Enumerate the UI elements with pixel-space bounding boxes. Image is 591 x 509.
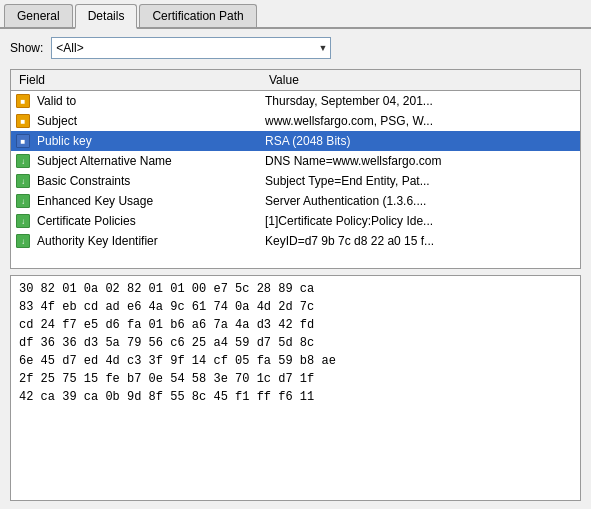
hex-line: 2f 25 75 15 fe b7 0e 54 58 3e 70 1c d7 1… [19, 370, 572, 388]
row-field: Public key [33, 133, 261, 149]
show-row: Show: <All> Version 1 Fields Only Extens… [10, 37, 581, 59]
tab-certpath-label: Certification Path [152, 9, 243, 23]
tab-content: Show: <All> Version 1 Fields Only Extens… [0, 29, 591, 509]
hex-line: 30 82 01 0a 02 82 01 01 00 e7 5c 28 89 c… [19, 280, 572, 298]
row-icon: ■ [13, 132, 33, 150]
field-value-table: Field Value ■ Valid to Thursday, Septemb… [10, 69, 581, 269]
tab-bar: General Details Certification Path [0, 0, 591, 29]
hex-line: 42 ca 39 ca 0b 9d 8f 55 8c 45 f1 ff f6 1… [19, 388, 572, 406]
row-field: Enhanced Key Usage [33, 193, 261, 209]
cert-icon: ■ [16, 94, 30, 108]
table-row[interactable]: ■ Valid to Thursday, September 04, 201..… [11, 91, 580, 111]
table-row[interactable]: ↓ Enhanced Key Usage Server Authenticati… [11, 191, 580, 211]
column-value: Value [261, 73, 580, 87]
hex-body[interactable]: 30 82 01 0a 02 82 01 01 00 e7 5c 28 89 c… [11, 276, 580, 500]
row-icon: ↓ [13, 192, 33, 210]
show-label: Show: [10, 41, 43, 55]
table-row[interactable]: ↓ Subject Alternative Name DNS Name=www.… [11, 151, 580, 171]
table-row[interactable]: ↓ Basic Constraints Subject Type=End Ent… [11, 171, 580, 191]
row-icon: ■ [13, 92, 33, 110]
certificate-dialog: General Details Certification Path Show:… [0, 0, 591, 509]
row-field: Certificate Policies [33, 213, 261, 229]
row-value: DNS Name=www.wellsfargo.com [261, 153, 580, 169]
row-icon: ↓ [13, 232, 33, 250]
row-value: RSA (2048 Bits) [261, 133, 580, 149]
tab-general[interactable]: General [4, 4, 73, 27]
row-icon: ↓ [13, 152, 33, 170]
row-icon: ■ [13, 112, 33, 130]
hex-container: 30 82 01 0a 02 82 01 01 00 e7 5c 28 89 c… [10, 275, 581, 501]
table-body[interactable]: ■ Valid to Thursday, September 04, 201..… [11, 91, 580, 268]
green-icon: ↓ [16, 194, 30, 208]
table-header: Field Value [11, 70, 580, 91]
row-field: Authority Key Identifier [33, 233, 261, 249]
table-row-selected[interactable]: ■ Public key RSA (2048 Bits) [11, 131, 580, 151]
tab-certpath[interactable]: Certification Path [139, 4, 256, 27]
hex-line: 6e 45 d7 ed 4d c3 3f 9f 14 cf 05 fa 59 b… [19, 352, 572, 370]
show-select-wrapper: <All> Version 1 Fields Only Extensions O… [51, 37, 331, 59]
table-row[interactable]: ↓ Authority Key Identifier KeyID=d7 9b 7… [11, 231, 580, 251]
row-icon: ↓ [13, 212, 33, 230]
tab-general-label: General [17, 9, 60, 23]
row-field: Subject [33, 113, 261, 129]
green-icon: ↓ [16, 174, 30, 188]
row-field: Valid to [33, 93, 261, 109]
cert-icon: ■ [16, 114, 30, 128]
tab-details-label: Details [88, 9, 125, 23]
row-value: Thursday, September 04, 201... [261, 93, 580, 109]
row-value: Subject Type=End Entity, Pat... [261, 173, 580, 189]
tab-details[interactable]: Details [75, 4, 138, 29]
hex-line: cd 24 f7 e5 d6 fa 01 b6 a6 7a 4a d3 42 f… [19, 316, 572, 334]
column-field: Field [11, 73, 261, 87]
row-field: Basic Constraints [33, 173, 261, 189]
cert-blue-icon: ■ [16, 134, 30, 148]
green-icon: ↓ [16, 214, 30, 228]
green-icon: ↓ [16, 154, 30, 168]
table-row[interactable]: ↓ Certificate Policies [1]Certificate Po… [11, 211, 580, 231]
table-row[interactable]: ■ Subject www.wellsfargo.com, PSG, W... [11, 111, 580, 131]
row-value: KeyID=d7 9b 7c d8 22 a0 15 f... [261, 233, 580, 249]
hex-line: df 36 36 d3 5a 79 56 c6 25 a4 59 d7 5d 8… [19, 334, 572, 352]
green-icon: ↓ [16, 234, 30, 248]
show-select[interactable]: <All> Version 1 Fields Only Extensions O… [51, 37, 331, 59]
row-field: Subject Alternative Name [33, 153, 261, 169]
row-value: www.wellsfargo.com, PSG, W... [261, 113, 580, 129]
hex-line: 83 4f eb cd ad e6 4a 9c 61 74 0a 4d 2d 7… [19, 298, 572, 316]
row-value: [1]Certificate Policy:Policy Ide... [261, 213, 580, 229]
row-icon: ↓ [13, 172, 33, 190]
row-value: Server Authentication (1.3.6.... [261, 193, 580, 209]
